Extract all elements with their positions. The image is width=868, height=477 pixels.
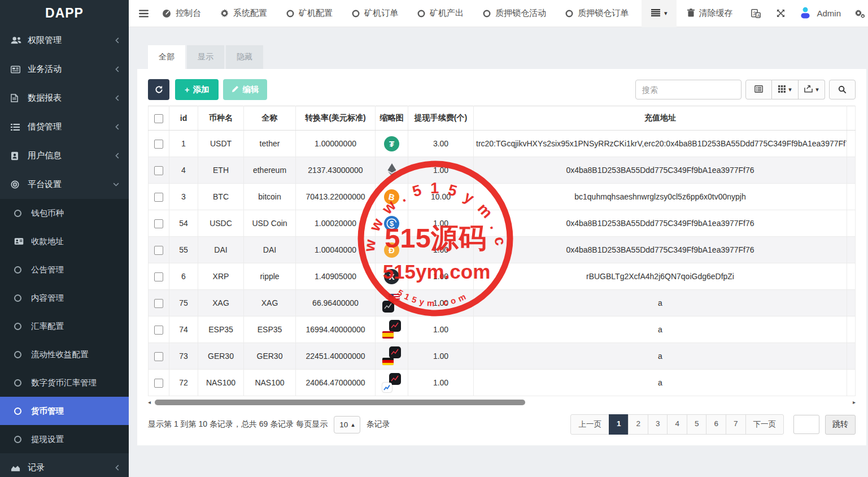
topbar-menu-label: 质押锁仓活动	[495, 8, 546, 19]
tab-inactive[interactable]: 隐藏	[226, 45, 263, 69]
topbar: 控制台系统配置矿机配置矿机订单矿机产出质押锁仓活动质押锁仓订单 ▾ 清除缓存 文…	[129, 0, 868, 27]
cell-id: 72	[169, 370, 198, 396]
circle-o-icon	[483, 10, 491, 18]
column-header: 全称	[244, 106, 296, 131]
search-input[interactable]	[635, 80, 741, 99]
topbar-menu-item[interactable]: 矿机配置	[286, 8, 333, 19]
sidebar-item[interactable]: 平台设置	[0, 170, 129, 199]
add-button[interactable]: + 添加	[175, 79, 219, 100]
page-size-select[interactable]: 10 ▴	[334, 416, 360, 433]
nav-more-button[interactable]: ▾	[642, 0, 677, 27]
esp35-coin-icon	[382, 324, 402, 333]
page-size-value: 10	[339, 420, 348, 429]
cell-fee: 1.00	[408, 263, 474, 290]
clear-cache-button[interactable]: 清除缓存	[687, 8, 732, 19]
sidebar-item-label: 数据报表	[28, 93, 115, 103]
search-button[interactable]	[829, 80, 856, 99]
topbar-menu-item[interactable]: 质押锁仓订单	[565, 8, 629, 19]
users-icon	[11, 36, 28, 45]
page-number-button[interactable]: 6	[706, 414, 726, 435]
scroll-left-arrow-icon[interactable]: ◂	[148, 400, 151, 405]
sidebar-item[interactable]: 收款地址	[0, 227, 129, 255]
cell-thumbnail: ₮	[376, 131, 408, 157]
scroll-right-arrow-icon[interactable]: ▸	[853, 400, 856, 405]
circle-o-icon	[565, 10, 573, 18]
select-all-checkbox[interactable]	[154, 114, 163, 123]
page-number-button[interactable]: 2	[628, 414, 648, 435]
page-next-button[interactable]: 下一页	[745, 414, 784, 435]
row-checkbox[interactable]	[154, 246, 163, 255]
cell-fullname: bitcoin	[244, 184, 296, 210]
sidebar-toggle-icon[interactable]	[139, 10, 149, 18]
detail-view-button[interactable]	[745, 80, 772, 99]
sidebar-item[interactable]: 业务活动	[0, 55, 129, 84]
columns-button[interactable]: ▾	[772, 80, 799, 99]
translate-icon[interactable]: 文A	[751, 9, 761, 18]
tab-inactive[interactable]: 显示	[187, 45, 224, 69]
row-checkbox[interactable]	[154, 326, 163, 335]
sidebar-item[interactable]: 汇率配置	[0, 312, 129, 340]
horizontal-scrollbar[interactable]: ◂ ▸	[148, 398, 856, 407]
page-number-button[interactable]: 4	[667, 414, 687, 435]
pencil-icon	[232, 85, 239, 94]
topbar-menu-item[interactable]: 控制台	[162, 8, 201, 19]
cell-fee: 1.00	[408, 157, 474, 184]
svg-text:A: A	[757, 13, 760, 17]
sidebar-item[interactable]: 数字货币汇率管理	[0, 368, 129, 397]
tachometer-icon	[162, 9, 171, 18]
row-checkbox[interactable]	[154, 193, 163, 202]
circle-icon	[14, 294, 31, 302]
page-prev-button[interactable]: 上一页	[570, 414, 609, 435]
topbar-menu-item[interactable]: 质押锁仓活动	[483, 8, 546, 19]
circle-o-icon	[352, 10, 360, 18]
table-row: 74ESP35ESP3516994.400000001.00a	[149, 316, 856, 343]
page-jump-button[interactable]: 跳转	[825, 415, 856, 435]
tab-active[interactable]: 全部	[148, 45, 185, 69]
row-checkbox[interactable]	[154, 379, 163, 388]
row-checkbox[interactable]	[154, 299, 163, 308]
page-number-button[interactable]: 3	[648, 414, 668, 435]
row-checkbox[interactable]	[154, 272, 163, 281]
eth-coin-icon	[385, 165, 399, 174]
fullscreen-icon[interactable]	[777, 9, 785, 18]
user-menu[interactable]: Admin	[799, 6, 841, 20]
sidebar-item-label: 收款地址	[31, 236, 119, 247]
app-root: DAPP 权限管理业务活动数据报表借贷管理用户信息平台设置钱包币种收款地址公告管…	[0, 0, 868, 477]
edit-button[interactable]: 编辑	[223, 79, 267, 100]
topbar-menu-label: 矿机订单	[364, 8, 398, 19]
settings-gears-icon[interactable]	[854, 9, 865, 18]
sidebar: DAPP 权限管理业务活动数据报表借贷管理用户信息平台设置钱包币种收款地址公告管…	[0, 0, 129, 477]
currency-table-wrap: id币种名全称转换率(美元标准)缩略图提现手续费(个)充值地址 1USDTtet…	[148, 106, 856, 396]
row-checkbox[interactable]	[154, 219, 163, 228]
page-jump-input[interactable]	[793, 415, 819, 434]
topbar-menu-item[interactable]: 矿机产出	[417, 8, 464, 19]
row-checkbox[interactable]	[154, 166, 163, 175]
sidebar-item[interactable]: 用户信息	[0, 141, 129, 170]
topbar-menu-item[interactable]: 系统配置	[220, 8, 267, 19]
sidebar-item[interactable]: 钱包币种	[0, 199, 129, 227]
sidebar-item[interactable]: 权限管理	[0, 26, 129, 55]
chevron-left-icon	[115, 465, 119, 471]
table-toolbar: + 添加 编辑 ▾ ▾	[148, 69, 856, 106]
page-number-button[interactable]: 7	[726, 414, 746, 435]
sidebar-item[interactable]: 提现设置	[0, 425, 129, 453]
cell-fullname: ripple	[244, 263, 296, 290]
row-checkbox[interactable]	[154, 352, 163, 361]
refresh-button[interactable]	[148, 79, 169, 100]
sidebar-item[interactable]: 内容管理	[0, 284, 129, 312]
sidebar-item[interactable]: 数据报表	[0, 84, 129, 112]
cell-id: 55	[169, 237, 198, 263]
cell-symbol: USDT	[198, 131, 244, 157]
row-checkbox[interactable]	[154, 140, 163, 149]
circle-icon	[14, 407, 31, 415]
page-number-button[interactable]: 1	[609, 414, 629, 435]
sidebar-item[interactable]: 公告管理	[0, 255, 129, 284]
sidebar-item[interactable]: 货币管理	[0, 397, 129, 425]
page-number-button[interactable]: 5	[687, 414, 707, 435]
sidebar-item[interactable]: 记录	[0, 453, 129, 477]
export-button[interactable]: ▾	[799, 80, 825, 99]
sidebar-item[interactable]: 流动性收益配置	[0, 340, 129, 368]
scrollbar-thumb[interactable]	[155, 400, 525, 405]
topbar-menu-item[interactable]: 矿机订单	[352, 8, 398, 19]
sidebar-item[interactable]: 借贷管理	[0, 112, 129, 141]
